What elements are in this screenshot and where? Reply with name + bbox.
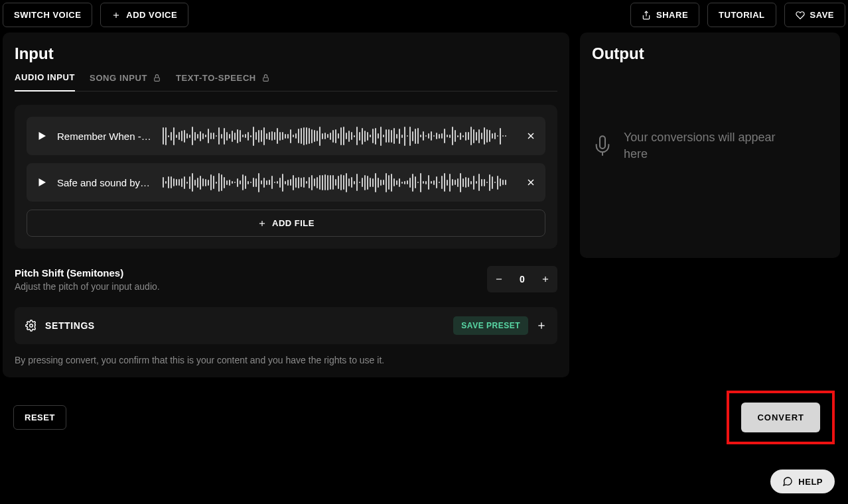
- close-icon[interactable]: [526, 177, 536, 188]
- convert-highlight-box: CONVERT: [727, 391, 835, 444]
- switch-voice-button[interactable]: SWITCH VOICE: [3, 3, 92, 27]
- play-icon[interactable]: [36, 130, 48, 142]
- save-label: SAVE: [810, 10, 834, 20]
- waveform[interactable]: [163, 125, 516, 147]
- audio-file-row: Safe and sound by…: [27, 163, 545, 202]
- pitch-decrease-button[interactable]: [487, 266, 511, 292]
- plus-icon: [257, 219, 267, 228]
- help-button[interactable]: HELP: [770, 470, 835, 493]
- top-bar: SWITCH VOICE ADD VOICE SHARE TUTORIAL SA…: [0, 0, 848, 32]
- add-file-button[interactable]: ADD FILE: [27, 210, 545, 237]
- settings-row[interactable]: SETTINGS SAVE PRESET: [15, 307, 557, 344]
- output-title: Output: [592, 44, 828, 63]
- output-empty-text: Your conversions will appear here: [624, 129, 790, 162]
- pitch-title: Pitch Shift (Semitones): [15, 267, 160, 279]
- plus-icon[interactable]: [536, 320, 547, 331]
- lock-icon: [261, 74, 270, 82]
- gear-icon: [25, 320, 37, 332]
- action-bar: RESET CONVERT: [0, 377, 848, 458]
- tab-audio-input[interactable]: AUDIO INPUT: [15, 72, 75, 92]
- tutorial-label: TUTORIAL: [719, 10, 764, 20]
- convert-button[interactable]: CONVERT: [741, 403, 820, 432]
- help-label: HELP: [798, 477, 823, 487]
- play-icon[interactable]: [36, 176, 48, 188]
- lock-icon: [153, 74, 161, 82]
- save-preset-button[interactable]: SAVE PRESET: [453, 316, 528, 335]
- output-panel: Output Your conversions will appear here: [580, 32, 840, 258]
- add-voice-label: ADD VOICE: [126, 10, 177, 20]
- settings-label: SETTINGS: [45, 320, 95, 331]
- svg-marker-5: [39, 132, 46, 140]
- input-panel: Input AUDIO INPUT SONG INPUT TEXT-TO-SPE…: [3, 32, 569, 377]
- save-button[interactable]: SAVE: [784, 3, 845, 27]
- add-voice-button[interactable]: ADD VOICE: [100, 3, 188, 27]
- reset-button[interactable]: RESET: [13, 405, 66, 430]
- svg-marker-8: [39, 178, 46, 186]
- svg-rect-3: [155, 77, 160, 80]
- pitch-shift-row: Pitch Shift (Semitones) Adjust the pitch…: [15, 266, 557, 292]
- tab-song-input[interactable]: SONG INPUT: [90, 72, 161, 91]
- microphone-icon: [592, 135, 613, 157]
- pitch-stepper: 0: [487, 266, 557, 292]
- tab-label: TEXT-TO-SPEECH: [176, 73, 256, 83]
- input-tabs: AUDIO INPUT SONG INPUT TEXT-TO-SPEECH: [15, 72, 557, 92]
- convert-label: CONVERT: [757, 412, 804, 422]
- disclaimer-text: By pressing convert, you confirm that th…: [15, 355, 557, 365]
- pitch-subtitle: Adjust the pitch of your input audio.: [15, 281, 160, 292]
- heart-icon: [796, 11, 805, 20]
- close-icon[interactable]: [526, 131, 536, 141]
- svg-point-16: [30, 324, 33, 328]
- add-file-label: ADD FILE: [272, 218, 315, 228]
- audio-file-name: Remember When -…: [57, 131, 153, 142]
- pitch-value: 0: [511, 274, 533, 284]
- save-preset-label: SAVE PRESET: [461, 321, 520, 330]
- svg-rect-4: [263, 77, 269, 80]
- output-empty-state: Your conversions will appear here: [592, 129, 828, 162]
- share-label: SHARE: [656, 10, 688, 20]
- switch-voice-label: SWITCH VOICE: [14, 10, 81, 20]
- share-button[interactable]: SHARE: [630, 3, 699, 27]
- tab-label: AUDIO INPUT: [15, 72, 75, 82]
- reset-label: RESET: [25, 412, 55, 422]
- tab-label: SONG INPUT: [90, 73, 147, 83]
- tab-text-to-speech[interactable]: TEXT-TO-SPEECH: [176, 72, 270, 91]
- help-icon: [782, 476, 793, 487]
- file-area: Remember When -… Safe and sound by…: [15, 105, 557, 249]
- audio-file-name: Safe and sound by…: [57, 177, 153, 188]
- plus-icon: [111, 11, 121, 20]
- waveform[interactable]: [163, 171, 516, 194]
- pitch-increase-button[interactable]: [533, 266, 557, 292]
- audio-file-row: Remember When -…: [27, 117, 545, 155]
- input-title: Input: [15, 44, 557, 63]
- tutorial-button[interactable]: TUTORIAL: [707, 3, 776, 27]
- share-icon: [642, 11, 651, 20]
